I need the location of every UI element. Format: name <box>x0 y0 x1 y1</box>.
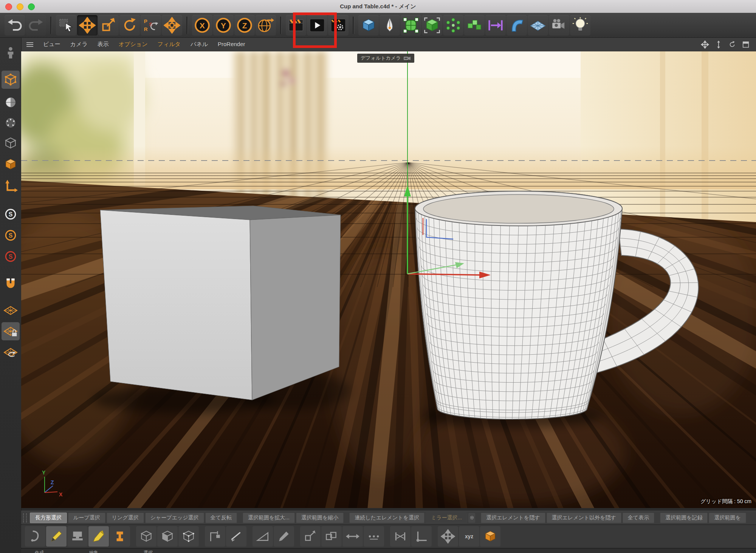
extrude-tool-button[interactable] <box>300 526 321 547</box>
workplane-rotate-button[interactable] <box>2 343 20 361</box>
volume-button[interactable] <box>443 15 463 36</box>
selection-button[interactable]: 選択エレメントを隠す <box>481 513 545 523</box>
model-mode-button[interactable] <box>2 71 20 89</box>
selection-button[interactable]: リング選択 <box>107 513 144 523</box>
selection-button[interactable]: シャープエッジ選択 <box>145 513 204 523</box>
workplane-button[interactable] <box>2 301 20 320</box>
wedge-tool-button[interactable] <box>253 526 273 547</box>
slide-tool-button[interactable] <box>342 526 363 547</box>
point-mode-button[interactable] <box>2 114 20 132</box>
edge-mode-button[interactable] <box>2 134 20 152</box>
mograph-tracer-button[interactable] <box>485 15 506 36</box>
viewport[interactable]: Y Z X デフォルトカメラ グリッド間隔 : 50 cm <box>21 51 756 508</box>
zoom-button[interactable] <box>28 3 35 10</box>
axis-mode-button[interactable] <box>2 178 20 196</box>
pencil-tool-button[interactable] <box>274 526 294 547</box>
selection-button[interactable]: 全て表示 <box>623 513 654 523</box>
palette-grip[interactable] <box>23 513 27 522</box>
selection-button[interactable]: 選択範囲を記録 <box>660 513 708 523</box>
menu-item-panel[interactable]: パネル <box>191 41 208 48</box>
move-button[interactable] <box>77 15 98 36</box>
cube-orange-tool-button[interactable] <box>480 526 500 547</box>
rotate-button[interactable] <box>119 15 140 36</box>
selection-button[interactable]: 選択範囲を縮小 <box>296 513 344 523</box>
scale-button[interactable] <box>98 15 119 36</box>
crane-tool-button[interactable] <box>205 526 225 547</box>
clone-array-button[interactable] <box>464 15 485 36</box>
selection-button[interactable]: 長方形選択 <box>30 513 67 523</box>
cube-object[interactable] <box>100 206 341 400</box>
undo-button[interactable] <box>5 15 25 36</box>
points-tool-button[interactable] <box>364 526 384 547</box>
camera-icon <box>403 56 411 61</box>
sculpt-pen-tool-button[interactable] <box>46 526 67 547</box>
mode-sidebar: SSS <box>0 38 22 553</box>
traffic-lights <box>5 3 35 10</box>
minimize-button[interactable] <box>17 3 23 10</box>
hook-tool-button[interactable] <box>25 526 45 547</box>
knife-tool-button[interactable] <box>226 526 246 547</box>
clamp-tool-button[interactable] <box>110 526 130 547</box>
menu-item-options[interactable]: オプション <box>119 41 148 48</box>
texture-mode-button[interactable] <box>2 93 20 111</box>
selection-button[interactable]: ミラー選択... <box>426 513 467 523</box>
lock-y-button[interactable]: Y <box>213 15 234 36</box>
add-cube-button[interactable] <box>358 15 379 36</box>
viewport-menu-icon[interactable] <box>26 42 33 47</box>
convert-tool-button[interactable] <box>2 44 20 62</box>
redo-button[interactable] <box>26 15 46 36</box>
menu-item-cameras[interactable]: カメラ <box>70 41 88 48</box>
corner-tool-button[interactable] <box>411 526 432 547</box>
lock-z-button[interactable]: Z <box>234 15 255 36</box>
selection-button[interactable]: 全て反転 <box>205 513 237 523</box>
pan-view-button[interactable] <box>700 40 710 49</box>
cube-tool-3-button[interactable] <box>178 526 199 547</box>
psr-button[interactable]: PSR <box>141 15 161 36</box>
stamp-tool-button[interactable] <box>67 526 88 547</box>
polygon-mode-button[interactable] <box>2 155 20 173</box>
enable-state-3-button[interactable]: S <box>2 247 20 266</box>
enable-state-2-button[interactable]: S <box>2 226 20 244</box>
selection-button[interactable]: 選択エレメント以外を隠す <box>547 513 621 523</box>
orbit-view-button[interactable] <box>727 40 737 49</box>
environment-floor-button[interactable] <box>528 15 548 36</box>
scene-camera-button[interactable] <box>549 15 569 36</box>
lock-x-button[interactable]: X <box>192 15 212 36</box>
coordinate-system-button[interactable] <box>162 15 182 36</box>
viewport-canvas[interactable]: Y Z X <box>21 51 756 508</box>
menu-item-view[interactable]: ビュー <box>43 41 60 48</box>
spline-pen-button[interactable] <box>380 15 400 36</box>
generator-button[interactable] <box>422 15 442 36</box>
deformer-bend-button[interactable] <box>507 15 527 36</box>
enable-state-1-button[interactable]: S <box>2 205 20 223</box>
coordinate-globe-button[interactable] <box>256 15 276 36</box>
axis-y-label: Y <box>42 470 46 476</box>
dolly-view-button[interactable] <box>714 40 723 49</box>
selection-button[interactable]: 選択範囲を <box>709 513 746 523</box>
gear-icon[interactable] <box>468 513 475 523</box>
xyz-tool-button[interactable]: xyz <box>459 526 479 547</box>
subdivision-surface-button[interactable] <box>401 15 421 36</box>
clipped-label: 選択 <box>144 549 153 553</box>
scene-light-button[interactable] <box>570 15 590 36</box>
bridge-tool-button[interactable] <box>390 526 411 547</box>
split-tool-button[interactable] <box>321 526 342 547</box>
close-button[interactable] <box>5 3 12 10</box>
workplane-lock-button[interactable] <box>2 322 20 340</box>
menu-item-prorender[interactable]: ProRender <box>218 41 245 48</box>
marker-tool-button[interactable] <box>88 526 109 547</box>
cube-tool-2-button[interactable] <box>157 526 178 547</box>
snap-button[interactable] <box>2 275 20 293</box>
selection-button[interactable]: 連続したエレメントを選択 <box>349 513 424 523</box>
cube-tool-1-button[interactable] <box>136 526 156 547</box>
selection-button[interactable]: 選択範囲を拡大... <box>243 513 295 523</box>
maximize-view-button[interactable] <box>741 40 751 49</box>
menu-item-display[interactable]: 表示 <box>98 41 109 48</box>
move-plus-tool-button[interactable] <box>438 526 458 547</box>
live-selection-button[interactable] <box>56 15 76 36</box>
svg-text:P: P <box>144 18 147 24</box>
menu-item-filter[interactable]: フィルタ <box>158 41 181 48</box>
toolbar-separator <box>280 17 282 34</box>
camera-label[interactable]: デフォルトカメラ <box>357 54 414 63</box>
selection-button[interactable]: ループ選択 <box>68 513 105 523</box>
